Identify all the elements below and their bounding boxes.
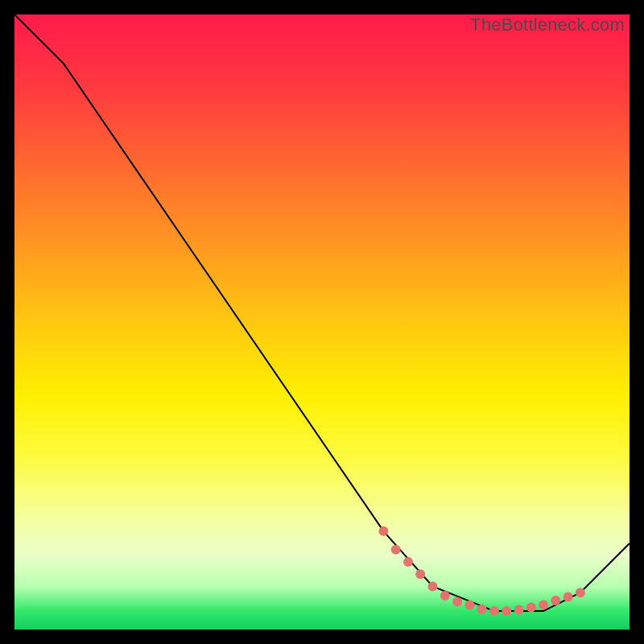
marker-dot [391, 545, 401, 555]
plot-area: TheBottleneck.com [14, 14, 630, 630]
marker-dot [551, 596, 560, 605]
marker-dot [464, 600, 474, 609]
chart-svg [14, 14, 630, 630]
marker-layer [378, 526, 585, 616]
marker-dot [502, 606, 511, 616]
marker-dot [415, 569, 425, 579]
bottleneck-curve [14, 14, 630, 611]
chart-frame: TheBottleneck.com [0, 0, 644, 644]
marker-dot [403, 557, 413, 567]
marker-dot [489, 606, 499, 616]
marker-dot [477, 605, 487, 614]
marker-dot [378, 526, 388, 536]
marker-dot [452, 597, 462, 607]
marker-dot [440, 591, 450, 601]
marker-dot [539, 600, 548, 609]
marker-dot [514, 605, 524, 615]
marker-dot [428, 582, 438, 592]
curve-layer [14, 14, 630, 611]
marker-dot [564, 592, 573, 602]
marker-dot [526, 603, 536, 613]
marker-dot [576, 588, 585, 597]
